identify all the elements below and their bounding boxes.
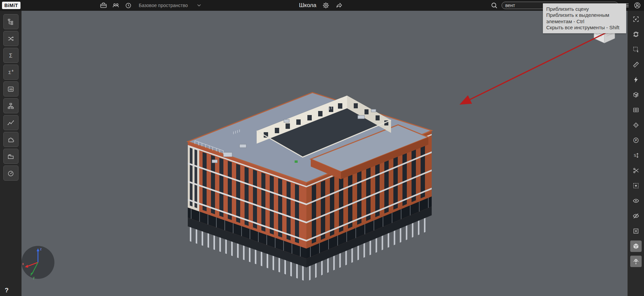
svg-text:2D: 2D [9,88,12,91]
tooltip-line-1: Приблизить сцену [546,6,623,12]
levels-icon: S [633,152,639,159]
user-profile-button[interactable] [633,1,641,9]
point-marker-button[interactable]: P [630,135,642,146]
settings-button[interactable] [322,1,330,9]
svg-text:Σ: Σ [9,52,12,58]
workspace-tools-button[interactable] [99,1,108,9]
briefcase-icon [100,2,107,9]
projects-button[interactable] [3,149,18,164]
levels-button[interactable]: S [630,150,642,161]
history-button[interactable] [124,1,132,9]
sum-icon: Σ [7,52,14,59]
plugins-button[interactable] [3,132,18,147]
hide-eye-icon [633,213,639,219]
relations-button[interactable] [3,31,18,46]
workspace-selector[interactable]: Базовое пространство [139,3,201,8]
section-cube-icon [633,91,639,98]
viewport-3d[interactable]: z x y [22,11,628,296]
model-tree-icon [7,18,14,25]
history-clock-icon [125,2,132,9]
section-cube-button[interactable] [630,89,642,101]
building-model[interactable] [183,76,442,294]
fit-view-button[interactable] [630,13,642,25]
tooltip-line-3: Скрыть все инструменты - Shift [546,25,623,31]
measure-icon [633,61,639,68]
cut-button[interactable] [630,165,642,176]
search-icon [490,2,498,9]
sum-add-button[interactable]: Σ + [3,65,18,80]
user-avatar-icon [634,2,641,9]
workspace-label: Базовое пространство [139,3,188,8]
2d-view-button[interactable]: 2D [3,81,18,97]
section-planes-icon [633,107,639,113]
fit-view-icon [633,16,639,23]
remove-selection-icon [633,228,639,234]
chevron-down-icon [197,4,201,7]
point-marker-icon: P [633,137,639,144]
svg-text:+: + [12,69,14,73]
zoom-tooltip: Приблизить сцену Приблизить к выделенным… [543,3,626,33]
dashboard-button[interactable] [3,165,18,181]
sum-button[interactable]: Σ [3,48,18,63]
remove-selection-button[interactable] [630,225,642,237]
share-button[interactable] [335,1,343,9]
isolate-icon [633,182,639,189]
show-button[interactable] [630,195,642,207]
topbar-left-group: Базовое пространство [99,0,201,11]
orbit-icon [633,31,639,38]
clash-button[interactable] [630,74,642,85]
isolate-button[interactable] [630,180,642,191]
relations-icon [7,35,14,42]
sum-add-icon: Σ + [7,69,14,76]
help-mark[interactable]: ? [5,287,9,294]
app-logo: BiMiT [2,2,20,9]
solid-view-icon [633,243,639,250]
tooltip-line-2: Приблизить к выделенным элементам - Ctrl [546,12,623,25]
measure-button[interactable] [630,59,642,70]
model-tree-button[interactable] [3,14,18,29]
section-planes-button[interactable] [630,104,642,116]
hierarchy-button[interactable] [3,98,18,113]
right-toolbar: P S [628,11,644,296]
plugins-icon [7,136,14,143]
share-arrow-icon [336,2,343,9]
2d-view-icon: 2D [7,86,14,92]
axis-y-label: y [33,276,35,280]
dashboard-icon [7,170,14,177]
hide-button[interactable] [630,210,642,222]
chart-button[interactable] [3,115,18,130]
left-toolbar: Σ Σ + 2D [0,11,22,296]
search-button[interactable] [490,1,498,9]
solid-view-button[interactable] [630,240,642,252]
svg-text:P: P [635,139,637,142]
gear-icon [322,2,330,9]
clash-icon [633,76,639,83]
move-object-icon [633,258,639,265]
svg-text:S: S [634,153,636,157]
cut-icon [633,167,639,174]
locate-icon [633,122,639,128]
chart-icon [7,119,14,126]
axis-x-label: x [22,262,24,266]
svg-text:Σ: Σ [8,70,11,75]
orbit-button[interactable] [630,29,642,40]
topbar-center-group: Школа [299,0,343,11]
show-eye-icon [633,197,639,204]
projects-icon [7,153,14,160]
axis-z-label: z [40,247,42,251]
project-title: Школа [299,2,316,9]
locate-button[interactable] [630,119,642,131]
move-object-button[interactable] [630,256,642,267]
hierarchy-icon [7,103,14,109]
select-area-button[interactable] [630,44,642,55]
team-icon [112,2,120,9]
axes-gizmo[interactable]: z x y [22,244,56,281]
collaboration-button[interactable] [112,1,120,9]
select-area-icon [633,46,639,53]
